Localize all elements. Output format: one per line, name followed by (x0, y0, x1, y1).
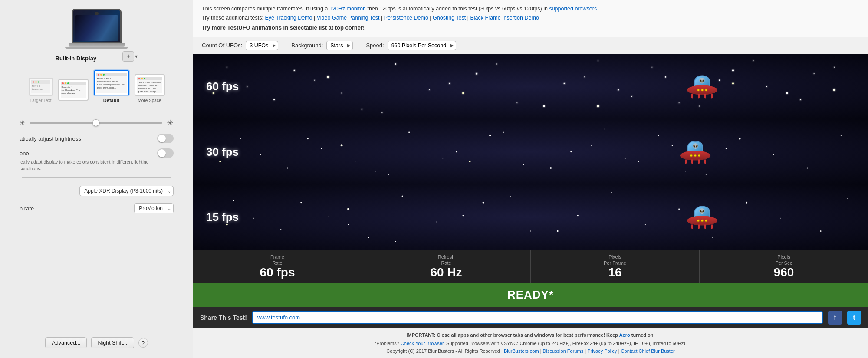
svg-point-48 (638, 161, 639, 162)
ufo-window-2-15 (701, 219, 704, 222)
count-select: 3 UFOs (246, 41, 278, 50)
black-frame-insertion-link[interactable]: Black Frame Insertion Demo (470, 15, 539, 21)
svg-point-42 (408, 131, 410, 133)
video-game-panning-link[interactable]: Video Game Panning Test (317, 15, 380, 21)
svg-point-54 (841, 135, 842, 136)
divider-1 (22, 111, 171, 111)
svg-point-57 (355, 161, 355, 162)
ghosting-test-link[interactable]: Ghosting Test (433, 15, 466, 21)
divider-2 (22, 177, 171, 178)
ufo-window-3-30 (698, 154, 700, 157)
svg-point-74 (402, 196, 403, 197)
refresh-rate-value: ProMotion (134, 203, 174, 213)
thumbnail-more-space[interactable]: Here's to the crazy ones who see t... ru… (135, 74, 165, 103)
svg-point-14 (766, 86, 767, 87)
stat-refresh-rate: RefreshRate 60 Hz (362, 250, 531, 283)
alien-emoji-15: 👽 (699, 208, 705, 214)
night-shift-button[interactable]: Night Shift... (91, 337, 134, 348)
svg-point-23 (543, 105, 545, 107)
svg-point-68 (341, 144, 343, 146)
ufo-body-30 (680, 151, 710, 160)
fps-strip-60: 60 fps 👽 (193, 54, 868, 119)
svg-point-30 (786, 92, 788, 94)
macbook-foot (65, 47, 128, 49)
svg-point-7 (516, 102, 517, 103)
svg-point-76 (483, 202, 484, 204)
eye-tracking-link[interactable]: Eye Tracking Demo (265, 15, 312, 21)
svg-point-86 (847, 198, 848, 199)
svg-point-27 (679, 102, 680, 103)
auto-brightness-toggle[interactable] (157, 134, 174, 143)
svg-point-20 (381, 112, 382, 113)
true-tone-toggle[interactable] (157, 148, 174, 158)
macbook-image (72, 9, 122, 43)
ufo-windows-15 (697, 219, 707, 222)
ufo-body-60 (687, 85, 717, 95)
discussion-forums-link[interactable]: Discussion Forums (543, 348, 584, 354)
privacy-policy-link[interactable]: Privacy Policy (587, 348, 617, 354)
count-select-wrapper[interactable]: 3 UFOs ▶ (246, 41, 278, 50)
svg-point-64 (658, 135, 659, 136)
supported-browsers-link[interactable]: supported browsers (549, 6, 597, 12)
svg-point-5 (429, 89, 430, 90)
twitter-share-button[interactable]: t (847, 311, 861, 325)
refresh-rate-row: n rate ProMotion ⌄ (9, 200, 184, 216)
thumbnail-larger-text[interactable]: Here's to troublema... Larger Text (29, 78, 53, 103)
svg-point-36 (732, 82, 734, 84)
footer-problems-line: *Problems? Check Your Browser. Supported… (197, 339, 864, 348)
fps-label-15: 15 fps (206, 210, 239, 223)
brightness-row: ☀ ☀ (9, 115, 184, 131)
help-button[interactable]: ? (138, 338, 148, 348)
svg-point-81 (678, 208, 680, 210)
sun-icon-large: ☀ (167, 118, 174, 128)
thumbnail-more-space-label: More Space (138, 98, 161, 103)
ufo-leg-2-15 (698, 224, 700, 229)
brightness-thumb[interactable] (92, 119, 99, 126)
display-dropdown-arrow[interactable]: ▾ (135, 53, 138, 59)
svg-point-62 (591, 145, 592, 146)
contact-link[interactable]: Contact Chief Blur Buster (621, 348, 675, 354)
speed-select-wrapper[interactable]: 960 Pixels Per Second ▶ (388, 41, 456, 50)
svg-point-77 (530, 231, 531, 232)
thumbnail-2[interactable]: Here's to f troublemakers. The cr ones w… (58, 79, 89, 103)
stat-frame-rate: FrameRate 60 fps (193, 250, 362, 283)
ufo-leg-4-60 (711, 94, 713, 99)
blur-busters-link[interactable]: BlurBusters.com (504, 348, 539, 354)
refresh-rate-dropdown-wrapper[interactable]: ProMotion ⌄ (134, 203, 174, 213)
share-url-box[interactable]: www.testufo.com (252, 311, 823, 324)
svg-point-65 (685, 171, 686, 171)
ufo-30fps: 👽 (678, 140, 713, 164)
facebook-share-button[interactable]: f (828, 311, 842, 325)
ufo-leg-3-60 (704, 94, 706, 99)
thumbnail-larger-text-label: Larger Text (30, 98, 52, 103)
ufo-window-1-15 (697, 219, 700, 222)
aero-link[interactable]: Aero (619, 332, 630, 338)
ufo-window-3 (705, 89, 707, 92)
check-browser-link[interactable]: Check Your Browser (401, 341, 444, 346)
ufo-body-15 (687, 216, 717, 225)
svg-point-33 (327, 76, 329, 78)
bg-select-wrapper[interactable]: Stars ▶ (326, 41, 353, 50)
true-tone-label: one (20, 150, 29, 157)
fps-label-30: 30 fps (206, 145, 239, 158)
advanced-button[interactable]: Advanced... (45, 337, 87, 348)
thumbnail-default[interactable]: Here's to the c... troublemakers. The cr… (94, 70, 129, 103)
count-label: Count Of UFOs: (202, 42, 242, 49)
svg-point-56 (307, 138, 309, 139)
ufo-legs-30 (682, 159, 708, 164)
svg-point-63 (625, 158, 626, 159)
svg-point-83 (746, 202, 747, 204)
count-control: Count Of UFOs: 3 UFOs ▶ (202, 41, 278, 50)
controls-bar: Count Of UFOs: 3 UFOs ▶ Background: Star… (193, 37, 868, 54)
120hz-link[interactable]: 120Hz monitor (329, 6, 365, 12)
svg-point-19 (341, 92, 342, 93)
ufo-leg-3-15 (704, 224, 706, 229)
persistence-demo-link[interactable]: Persistence Demo (384, 15, 428, 21)
color-profile-dropdown-wrapper[interactable]: Apple XDR Display (P3-1600 nits) ⌄ (79, 186, 174, 196)
svg-point-73 (368, 237, 369, 238)
svg-point-79 (611, 192, 612, 193)
add-display-button[interactable]: + (122, 51, 134, 62)
svg-point-45 (523, 164, 524, 165)
auto-brightness-row: atically adjust brightness (20, 134, 174, 143)
svg-point-87 (253, 218, 254, 219)
